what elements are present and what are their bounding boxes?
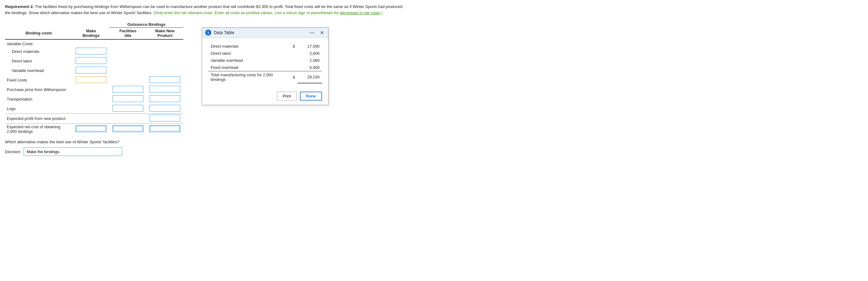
- header-row-sub: Binding costs MakeBindings FacilitiesIdl…: [5, 28, 183, 40]
- dialog-titlebar: i Data Table — ✕: [202, 28, 328, 38]
- input-transportation-idle[interactable]: [110, 94, 147, 104]
- dt-row-variable-overhead: Variable overhead 2,060: [208, 57, 322, 64]
- dt-label-direct-materials: Direct materials: [208, 43, 288, 50]
- cost-table: Outsource Bindings Binding costs MakeBin…: [5, 21, 183, 135]
- input-box-purchase-price-new[interactable]: [150, 86, 180, 93]
- dt-label-variable-overhead: Variable overhead: [208, 57, 288, 64]
- row-fixed-costs: Fixed costs: [5, 75, 183, 85]
- data-table-inner: Direct materials $ 17,590 Direct labor 2…: [208, 43, 322, 84]
- minimize-button[interactable]: —: [308, 30, 316, 35]
- main-table-section: Outsource Bindings Binding costs MakeBin…: [5, 21, 183, 156]
- label-logo: Logo: [5, 104, 72, 114]
- input-box-transportation-new[interactable]: [150, 95, 180, 102]
- label-variable-overhead: Variable overhead: [5, 66, 72, 75]
- input-box-expected-profit-new[interactable]: [150, 115, 180, 121]
- input-logo-idle[interactable]: [110, 104, 147, 114]
- input-direct-labor-make[interactable]: [72, 56, 110, 66]
- label-transportation: Transportation: [5, 94, 72, 104]
- row-direct-labor: Direct labor: [5, 56, 183, 66]
- input-box-purchase-price-idle[interactable]: [113, 86, 143, 93]
- input-net-cost-new[interactable]: [147, 124, 183, 135]
- requirement-text: Requirement 2. The facilities freed by p…: [5, 4, 405, 16]
- row-variable-overhead: Variable overhead: [5, 66, 183, 75]
- cell-variable-overhead-new: [147, 66, 183, 75]
- th-binding-costs: Binding costs: [5, 28, 72, 40]
- label-direct-labor: Direct labor: [5, 56, 72, 66]
- input-direct-materials-make[interactable]: [72, 47, 110, 56]
- decision-row: Decision:: [5, 147, 183, 156]
- input-purchase-price-idle[interactable]: [110, 85, 147, 94]
- requirement-label: Requirement 2.: [5, 4, 34, 9]
- print-button[interactable]: Print: [277, 92, 297, 100]
- input-transportation-new[interactable]: [147, 94, 183, 104]
- th-empty: [5, 21, 72, 28]
- dt-value-variable-overhead: 2,060: [298, 57, 322, 64]
- input-box-transportation-idle[interactable]: [113, 95, 143, 102]
- th-facilities-idle: FacilitiesIdle: [110, 28, 147, 40]
- decision-input[interactable]: [24, 147, 122, 156]
- dt-value-total: 29,150: [298, 71, 322, 83]
- input-logo-new[interactable]: [147, 104, 183, 114]
- label-purchase-price: Purchase price from Witherspoon: [5, 85, 72, 94]
- page-wrapper: Requirement 2. The facilities freed by p…: [5, 4, 863, 156]
- input-box-direct-labor-make[interactable]: [76, 57, 106, 64]
- requirement-green-text: (Only enter the net relevant costs. Ente…: [154, 10, 382, 15]
- input-fixed-costs-make[interactable]: [72, 75, 110, 85]
- cell-expected-profit-idle: [110, 114, 147, 124]
- dialog-body: Direct materials $ 17,590 Direct labor 2…: [202, 38, 328, 89]
- th-make-bindings: MakeBindings: [72, 28, 110, 40]
- dt-dollar-total: $: [288, 71, 298, 83]
- dt-label-direct-labor: Direct labor: [208, 50, 288, 57]
- th-make-new-product: Make NewProduct: [147, 28, 183, 40]
- page-layout: Outsource Bindings Binding costs MakeBin…: [5, 21, 863, 156]
- input-variable-overhead-make[interactable]: [72, 66, 110, 75]
- dt-dollar-direct-materials: $: [288, 43, 298, 50]
- cell-direct-materials-idle: [110, 47, 147, 56]
- input-box-fixed-costs-make[interactable]: [76, 76, 106, 83]
- dt-row-fixed-overhead: Fixed overhead 6,900: [208, 64, 322, 71]
- cell-expected-profit-make: [72, 114, 110, 124]
- dialog-title-left: i Data Table: [205, 30, 235, 36]
- label-fixed-costs: Fixed costs: [5, 75, 72, 85]
- cell-direct-labor-new: [147, 56, 183, 66]
- row-logo: Logo: [5, 104, 183, 114]
- dialog-controls: — ✕: [308, 30, 325, 36]
- input-net-cost-make[interactable]: [72, 124, 110, 135]
- th-empty2: [72, 21, 110, 28]
- data-table-dialog: i Data Table — ✕ Direct materials $ 17,5…: [202, 27, 329, 105]
- row-direct-materials: Direct materials: [5, 47, 183, 56]
- dt-dollar-variable-overhead: [288, 57, 298, 64]
- input-net-cost-idle[interactable]: [110, 124, 147, 135]
- dt-value-direct-labor: 2,600: [298, 50, 322, 57]
- input-expected-profit-new[interactable]: [147, 114, 183, 124]
- input-box-net-cost-idle[interactable]: [113, 125, 143, 132]
- cell-purchase-price-make: [72, 85, 110, 94]
- variable-costs-label: Variable Costs:: [5, 39, 183, 47]
- input-box-net-cost-new[interactable]: [150, 125, 180, 132]
- done-button[interactable]: Done: [300, 92, 322, 100]
- info-icon: i: [205, 30, 211, 36]
- section-variable-costs: Variable Costs:: [5, 39, 183, 47]
- row-expected-net-cost: Expected net cost of obtaining 2,000 bin…: [5, 124, 183, 135]
- row-expected-profit: Expected profit from new product: [5, 114, 183, 124]
- label-direct-materials: Direct materials: [5, 47, 72, 56]
- dt-label-total: Total manufacturing costs for 2,000 bind…: [208, 71, 288, 83]
- dt-dollar-fixed-overhead: [288, 64, 298, 71]
- dialog-footer: Print Done: [202, 89, 328, 105]
- cell-direct-labor-idle: [110, 56, 147, 66]
- dt-label-fixed-overhead: Fixed overhead: [208, 64, 288, 71]
- input-box-logo-new[interactable]: [150, 105, 180, 112]
- input-box-fixed-costs-new[interactable]: [150, 76, 180, 83]
- input-box-variable-overhead-make[interactable]: [76, 67, 106, 73]
- input-box-net-cost-make[interactable]: [76, 125, 106, 132]
- input-purchase-price-new[interactable]: [147, 85, 183, 94]
- input-box-logo-idle[interactable]: [113, 105, 143, 112]
- cell-variable-overhead-idle: [110, 66, 147, 75]
- dt-value-fixed-overhead: 6,900: [298, 64, 322, 71]
- input-box-direct-materials-make[interactable]: [76, 48, 106, 55]
- row-purchase-price: Purchase price from Witherspoon: [5, 85, 183, 94]
- header-row-top: Outsource Bindings: [5, 21, 183, 28]
- decision-label: Decision:: [5, 149, 21, 154]
- close-button[interactable]: ✕: [319, 30, 325, 36]
- input-fixed-costs-new[interactable]: [147, 75, 183, 85]
